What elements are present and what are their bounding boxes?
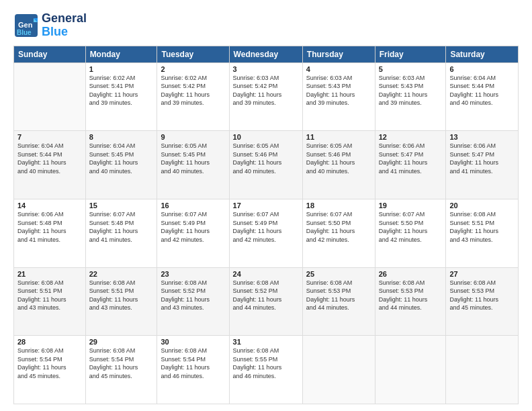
cell-info-line: Daylight: 11 hours bbox=[17, 363, 82, 372]
cell-info-line: Daylight: 11 hours bbox=[89, 158, 154, 167]
day-number: 7 bbox=[17, 133, 82, 141]
cell-info-line: and 40 minutes. bbox=[306, 167, 371, 176]
logo-blue: Blue bbox=[42, 26, 87, 39]
cell-info-line: Sunset: 5:42 PM bbox=[233, 82, 299, 91]
calendar-cell: 25Sunrise: 6:08 AMSunset: 5:53 PMDayligh… bbox=[302, 267, 375, 336]
cell-info-line: Sunset: 5:53 PM bbox=[379, 287, 443, 295]
cell-info-line: Sunrise: 6:07 AM bbox=[161, 210, 225, 219]
day-number: 6 bbox=[449, 65, 515, 73]
calendar-cell bbox=[375, 336, 446, 404]
cell-info-line: and 41 minutes. bbox=[17, 236, 82, 244]
cell-info-line: Sunset: 5:41 PM bbox=[89, 82, 154, 91]
day-number: 14 bbox=[17, 201, 82, 210]
cell-info-line: Daylight: 11 hours bbox=[379, 158, 443, 167]
calendar-cell: 6Sunrise: 6:04 AMSunset: 5:44 PMDaylight… bbox=[446, 62, 519, 131]
cell-info-line: and 40 minutes. bbox=[233, 167, 299, 176]
cell-info-line: Daylight: 11 hours bbox=[161, 227, 225, 236]
calendar-cell: 16Sunrise: 6:07 AMSunset: 5:49 PMDayligh… bbox=[157, 199, 229, 267]
cell-info-line: Daylight: 11 hours bbox=[233, 227, 299, 236]
week-row-1: 7Sunrise: 6:04 AMSunset: 5:44 PMDaylight… bbox=[14, 131, 519, 199]
calendar-cell: 1Sunrise: 6:02 AMSunset: 5:41 PMDaylight… bbox=[85, 62, 157, 131]
weekday-header-row: SundayMondayTuesdayWednesdayThursdayFrid… bbox=[14, 46, 519, 62]
day-number: 25 bbox=[306, 270, 371, 278]
day-number: 15 bbox=[89, 201, 154, 210]
cell-info-line: Sunset: 5:46 PM bbox=[306, 150, 371, 159]
cell-info-line: and 40 minutes. bbox=[17, 167, 82, 176]
svg-text:Gen: Gen bbox=[18, 21, 33, 29]
calendar-cell bbox=[302, 336, 375, 404]
cell-info-line: Sunset: 5:45 PM bbox=[161, 150, 225, 159]
cell-info-line: Sunrise: 6:08 AM bbox=[89, 279, 154, 287]
cell-info-line: Sunset: 5:49 PM bbox=[233, 219, 299, 228]
cell-info-line: Daylight: 11 hours bbox=[161, 295, 225, 304]
cell-info-line: and 41 minutes. bbox=[379, 167, 443, 176]
header: Gen Blue General Blue bbox=[13, 12, 519, 39]
weekday-wednesday: Wednesday bbox=[229, 46, 302, 62]
cell-info-line: Sunset: 5:55 PM bbox=[233, 355, 299, 364]
cell-info-line: Sunset: 5:54 PM bbox=[161, 355, 225, 364]
calendar-table: SundayMondayTuesdayWednesdayThursdayFrid… bbox=[13, 46, 519, 404]
cell-info-line: Daylight: 11 hours bbox=[89, 363, 154, 372]
day-number: 29 bbox=[89, 338, 154, 346]
page: Gen Blue General Blue SundayMondayTuesda… bbox=[0, 0, 532, 411]
cell-info-line: Sunset: 5:51 PM bbox=[17, 287, 82, 295]
cell-info-line: Sunset: 5:45 PM bbox=[89, 150, 154, 159]
cell-info-line: and 40 minutes. bbox=[161, 167, 225, 176]
week-row-2: 14Sunrise: 6:06 AMSunset: 5:48 PMDayligh… bbox=[14, 199, 519, 267]
cell-info-line: Sunset: 5:51 PM bbox=[89, 287, 154, 295]
calendar-cell: 13Sunrise: 6:06 AMSunset: 5:47 PMDayligh… bbox=[446, 131, 519, 199]
cell-info-line: Sunrise: 6:04 AM bbox=[89, 142, 154, 150]
cell-info-line: and 39 minutes. bbox=[379, 99, 443, 107]
day-number: 16 bbox=[161, 201, 225, 210]
calendar-cell: 8Sunrise: 6:04 AMSunset: 5:45 PMDaylight… bbox=[85, 131, 157, 199]
cell-info-line: Sunrise: 6:08 AM bbox=[17, 347, 82, 355]
cell-info-line: Daylight: 11 hours bbox=[89, 91, 154, 99]
cell-info-line: and 42 minutes. bbox=[233, 236, 299, 244]
cell-info-line: Daylight: 11 hours bbox=[17, 227, 82, 236]
weekday-monday: Monday bbox=[85, 46, 157, 62]
cell-info-line: Sunrise: 6:08 AM bbox=[233, 347, 299, 355]
cell-info-line: Sunset: 5:47 PM bbox=[449, 150, 515, 159]
calendar-cell: 7Sunrise: 6:04 AMSunset: 5:44 PMDaylight… bbox=[14, 131, 86, 199]
cell-info-line: Sunset: 5:50 PM bbox=[306, 219, 371, 228]
cell-info-line: Daylight: 11 hours bbox=[379, 91, 443, 99]
cell-info-line: Sunrise: 6:08 AM bbox=[449, 210, 515, 219]
cell-info-line: Daylight: 11 hours bbox=[449, 295, 515, 304]
cell-info-line: Sunrise: 6:08 AM bbox=[449, 279, 515, 287]
cell-info-line: Sunrise: 6:06 AM bbox=[379, 142, 443, 150]
calendar-cell: 4Sunrise: 6:03 AMSunset: 5:43 PMDaylight… bbox=[302, 62, 375, 131]
cell-info-line: and 43 minutes. bbox=[161, 304, 225, 312]
cell-info-line: and 39 minutes. bbox=[233, 99, 299, 107]
cell-info-line: Sunrise: 6:07 AM bbox=[233, 210, 299, 219]
day-number: 2 bbox=[161, 65, 225, 73]
cell-info-line: Sunrise: 6:04 AM bbox=[17, 142, 82, 150]
day-number: 19 bbox=[379, 201, 443, 210]
cell-info-line: Daylight: 11 hours bbox=[161, 91, 225, 99]
cell-info-line: Sunset: 5:50 PM bbox=[379, 219, 443, 228]
cell-info-line: and 46 minutes. bbox=[161, 372, 225, 381]
day-number: 4 bbox=[306, 65, 371, 73]
cell-info-line: and 39 minutes. bbox=[306, 99, 371, 107]
cell-info-line: Sunset: 5:49 PM bbox=[161, 219, 225, 228]
cell-info-line: Sunrise: 6:08 AM bbox=[233, 279, 299, 287]
day-number: 26 bbox=[379, 270, 443, 278]
cell-info-line: Sunset: 5:44 PM bbox=[449, 82, 515, 91]
calendar-cell: 28Sunrise: 6:08 AMSunset: 5:54 PMDayligh… bbox=[14, 336, 86, 404]
cell-info-line: Sunrise: 6:04 AM bbox=[449, 74, 515, 83]
calendar-cell: 30Sunrise: 6:08 AMSunset: 5:54 PMDayligh… bbox=[157, 336, 229, 404]
day-number: 20 bbox=[449, 201, 515, 210]
cell-info-line: and 42 minutes. bbox=[306, 236, 371, 244]
day-number: 3 bbox=[233, 65, 299, 73]
cell-info-line: and 43 minutes. bbox=[449, 236, 515, 244]
cell-info-line: Daylight: 11 hours bbox=[161, 158, 225, 167]
calendar-cell: 14Sunrise: 6:06 AMSunset: 5:48 PMDayligh… bbox=[14, 199, 86, 267]
cell-info-line: and 39 minutes. bbox=[161, 99, 225, 107]
cell-info-line: Sunrise: 6:03 AM bbox=[306, 74, 371, 83]
cell-info-line: Daylight: 11 hours bbox=[379, 227, 443, 236]
day-number: 24 bbox=[233, 270, 299, 278]
day-number: 11 bbox=[306, 133, 371, 141]
cell-info-line: Sunset: 5:42 PM bbox=[161, 82, 225, 91]
day-number: 9 bbox=[161, 133, 225, 141]
day-number: 18 bbox=[306, 201, 371, 210]
cell-info-line: Sunrise: 6:08 AM bbox=[161, 279, 225, 287]
